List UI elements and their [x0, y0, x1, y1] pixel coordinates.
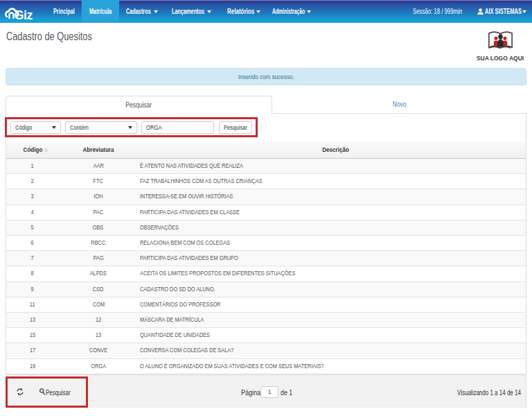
svg-text:Giz: Giz — [15, 8, 33, 22]
